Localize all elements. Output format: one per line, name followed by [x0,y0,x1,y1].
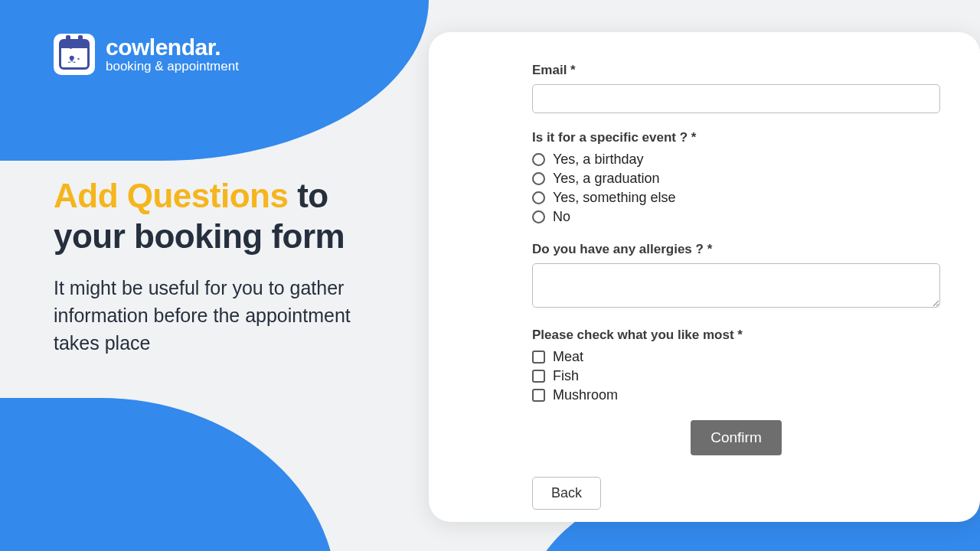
headline: Add Questions to your booking form [54,176,390,257]
likes-option-fish[interactable]: Fish [532,368,940,384]
radio-icon [532,153,545,166]
back-button[interactable]: Back [532,477,601,510]
likes-option-mushroom[interactable]: Mushroom [532,387,940,403]
checkbox-icon [532,370,545,383]
radio-icon [532,172,545,185]
headline-accent: Add Questions [54,177,288,214]
field-allergies: Do you have any allergies ? * [532,242,940,311]
bg-blob-top [0,0,429,161]
brand-logo: ･ᴥ･ cowlendar. booking & appointment [54,34,239,75]
event-option-birthday[interactable]: Yes, a birthday [532,152,940,168]
event-option-label: Yes, a birthday [553,152,643,168]
field-likes: Please check what you like most * Meat F… [532,328,940,403]
radio-icon [532,210,545,223]
calendar-cow-icon: ･ᴥ･ [54,34,95,75]
event-option-something-else[interactable]: Yes, something else [532,190,940,206]
event-option-graduation[interactable]: Yes, a graduation [532,171,940,187]
field-event: Is it for a specific event ? * Yes, a bi… [532,130,940,225]
checkbox-icon [532,350,545,364]
event-option-no[interactable]: No [532,209,940,225]
radio-icon [532,191,545,204]
booking-form-card: Email * Is it for a specific event ? * Y… [429,32,980,522]
likes-option-meat[interactable]: Meat [532,349,940,365]
allergies-label: Do you have any allergies ? * [532,242,940,257]
event-option-label: Yes, something else [553,190,675,206]
checkbox-icon [532,389,545,402]
brand-tagline: booking & appointment [106,60,239,73]
subheadline: It might be useful for you to gather inf… [54,274,390,357]
likes-option-label: Meat [553,349,583,365]
bg-blob-bottom-left [0,398,337,551]
brand-name: cowlendar. [106,35,239,60]
confirm-button[interactable]: Confirm [691,420,782,455]
event-option-label: No [553,209,570,225]
email-label: Email * [532,63,940,78]
field-email: Email * [532,63,940,113]
email-input[interactable] [532,84,940,113]
likes-option-label: Fish [553,368,579,384]
event-label: Is it for a specific event ? * [532,130,940,145]
marketing-copy: Add Questions to your booking form It mi… [54,176,390,357]
likes-option-label: Mushroom [553,387,618,403]
event-option-label: Yes, a graduation [553,171,659,187]
allergies-input[interactable] [532,263,940,308]
likes-label: Please check what you like most * [532,328,940,343]
